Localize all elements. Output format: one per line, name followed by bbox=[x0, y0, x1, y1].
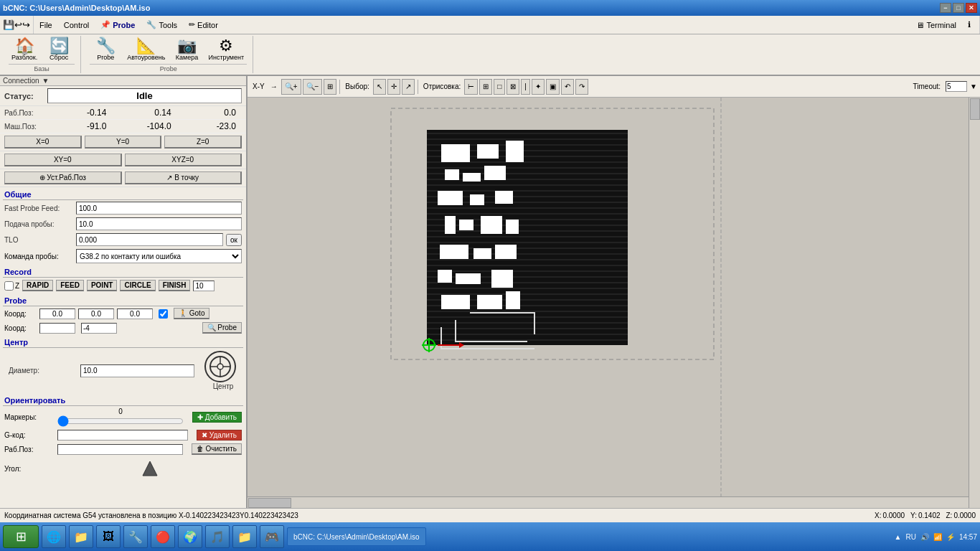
save-icon[interactable]: 💾 bbox=[3, 19, 14, 30]
clear-button[interactable]: 🗑 Очистить bbox=[192, 443, 242, 455]
cnc-canvas[interactable] bbox=[248, 98, 980, 508]
point-button[interactable]: POINT bbox=[87, 280, 118, 291]
sbros-button[interactable]: 🔄 Сброс bbox=[43, 37, 75, 62]
taskbar-settings[interactable]: 🔧 bbox=[123, 525, 148, 548]
minimize-button[interactable]: − bbox=[940, 3, 951, 13]
record-value-input[interactable] bbox=[193, 281, 215, 291]
menu-editor[interactable]: ✏ Editor bbox=[183, 16, 224, 34]
taskbar-up-icon[interactable]: ▲ bbox=[895, 533, 902, 541]
instrument-label: Инструмент bbox=[208, 54, 244, 61]
taskbar-media[interactable]: 🖼 bbox=[96, 525, 121, 548]
finish-button[interactable]: FINISH bbox=[159, 280, 191, 291]
draw-redo-button[interactable]: ↷ bbox=[575, 79, 588, 95]
z-checkbox-label: Z bbox=[4, 281, 19, 291]
vertical-scrollbar[interactable] bbox=[969, 98, 980, 508]
probe-label: Коорд: bbox=[4, 310, 37, 318]
draw-grid-button[interactable]: ⊞ bbox=[479, 79, 492, 95]
y-value: 0.1402 bbox=[918, 512, 941, 519]
active-window[interactable]: bCNC: C:\Users\Admin\Desktop\AM.iso bbox=[287, 527, 426, 546]
draw-vert-button[interactable]: | bbox=[521, 79, 530, 95]
maximize-button[interactable]: □ bbox=[953, 3, 964, 13]
fit-button[interactable]: ⊞ bbox=[324, 79, 336, 95]
probe-check-label bbox=[159, 309, 168, 319]
start-button[interactable]: ⊞ bbox=[3, 525, 39, 548]
autolevel-button[interactable]: 📐 Автоуровень bbox=[124, 37, 168, 62]
taskbar-browser[interactable]: 🌍 bbox=[178, 525, 202, 548]
taskbar-explorer[interactable]: 📁 bbox=[69, 525, 93, 548]
work-pos2-input[interactable] bbox=[57, 444, 183, 455]
taskbar-music[interactable]: 🎵 bbox=[205, 525, 230, 548]
sel-plus-button[interactable]: ✛ bbox=[387, 79, 400, 95]
x0-button[interactable]: X=0 bbox=[4, 136, 82, 149]
diameter-input[interactable] bbox=[80, 364, 194, 377]
fast-probe-input[interactable] bbox=[76, 202, 242, 215]
xyz0-button[interactable]: XYZ=0 bbox=[125, 154, 242, 166]
add-marker-button[interactable]: ✚ Добавить bbox=[192, 412, 242, 423]
razblok-button[interactable]: 🏠 Разблок. bbox=[9, 37, 40, 62]
goto-button[interactable]: 🚶 Goto bbox=[174, 308, 209, 319]
draw-line-button[interactable]: ⊢ bbox=[464, 79, 478, 95]
feed-button[interactable]: FEED bbox=[56, 280, 84, 291]
center-icon[interactable] bbox=[204, 351, 236, 382]
draw-box-button[interactable]: ▣ bbox=[546, 79, 560, 95]
menu-terminal[interactable]: 🖥 Terminal bbox=[910, 19, 962, 32]
coord-y-input[interactable] bbox=[81, 323, 117, 334]
taskbar-folder[interactable]: 📁 bbox=[232, 525, 257, 548]
taskbar-game[interactable]: 🎮 bbox=[260, 525, 284, 548]
zoom-in-button[interactable]: 🔍+ bbox=[281, 79, 301, 95]
draw-rect-button[interactable]: □ bbox=[494, 79, 505, 95]
menu-tools[interactable]: 🔧 Tools bbox=[141, 16, 183, 34]
probe-checkbox[interactable] bbox=[159, 309, 168, 319]
probe-cmd-select[interactable]: G38.2 по контакту или ошибка bbox=[76, 249, 242, 263]
close-button[interactable]: ✕ bbox=[966, 3, 977, 13]
delete-button[interactable]: ✖ Удалить bbox=[197, 430, 242, 441]
rapid-button[interactable]: RAPID bbox=[22, 280, 53, 291]
probe-feed-label: Подача пробы: bbox=[4, 220, 76, 228]
menu-file[interactable]: File bbox=[34, 16, 58, 34]
connection-bar[interactable]: Connection ▼ bbox=[0, 76, 246, 86]
circle-button[interactable]: CIRCLE bbox=[120, 280, 155, 291]
menu-terminal-extra[interactable]: ℹ bbox=[962, 18, 976, 32]
timeout-input[interactable] bbox=[946, 81, 967, 92]
set-pos-button[interactable]: ⊕ Уст.Раб.Поз bbox=[4, 171, 122, 184]
taskbar-skype[interactable]: 🔴 bbox=[151, 525, 175, 548]
probe-action-button[interactable]: 🔍 Probe bbox=[202, 322, 242, 334]
probe-feed-input[interactable] bbox=[76, 217, 242, 230]
sel-area-button[interactable]: ↗ bbox=[402, 79, 415, 95]
draw-undo-button[interactable]: ↶ bbox=[561, 79, 574, 95]
gcode-input[interactable] bbox=[57, 430, 188, 441]
taskbar-ie[interactable]: 🌐 bbox=[42, 525, 66, 548]
menu-control[interactable]: Control bbox=[58, 16, 95, 34]
markers-slider[interactable] bbox=[57, 415, 184, 427]
tlo-input[interactable] bbox=[76, 233, 223, 246]
instrument-button[interactable]: ⚙ Инструмент bbox=[205, 37, 247, 62]
camera-button[interactable]: 📷 Камера bbox=[171, 37, 202, 62]
coord-x-input[interactable] bbox=[39, 323, 75, 334]
z-checkbox[interactable] bbox=[4, 281, 14, 291]
tlo-ok-button[interactable]: ок bbox=[226, 234, 242, 246]
work-pos-label: Раб.Поз: bbox=[4, 109, 47, 117]
draw-star-button[interactable]: ✦ bbox=[532, 79, 545, 95]
scrollbar-h-thumb[interactable] bbox=[248, 498, 291, 508]
xy0-button[interactable]: XY=0 bbox=[4, 154, 122, 166]
y0-button[interactable]: Y=0 bbox=[85, 136, 162, 149]
z0-button[interactable]: Z=0 bbox=[164, 136, 242, 149]
probe-toolbar-button[interactable]: 🔧 Probe bbox=[90, 37, 121, 62]
probe-section-label: Probe bbox=[90, 64, 247, 72]
undo-icon[interactable]: ↩ bbox=[14, 19, 22, 30]
tlo-label: TLO bbox=[4, 236, 76, 244]
connection-arrow: ▼ bbox=[42, 77, 50, 85]
markers-slider-container: 0 bbox=[57, 408, 184, 427]
to-point-button[interactable]: ↗ В точку bbox=[125, 171, 242, 184]
timeout-arrow[interactable]: ▼ bbox=[970, 83, 977, 90]
redo-icon[interactable]: ↪ bbox=[22, 19, 30, 30]
scrollbar-v-thumb[interactable] bbox=[970, 98, 980, 120]
markers-value: 0 bbox=[57, 408, 184, 415]
horizontal-scrollbar[interactable] bbox=[248, 496, 969, 508]
selection-label: Выбор: bbox=[345, 83, 369, 90]
sel-arrow-button[interactable]: ↖ bbox=[373, 79, 386, 95]
menu-probe[interactable]: 📌 Probe bbox=[95, 16, 141, 34]
zoom-out-button[interactable]: 🔍− bbox=[303, 79, 323, 95]
canvas-area[interactable] bbox=[248, 98, 980, 508]
draw-cross-button[interactable]: ⊠ bbox=[507, 79, 519, 95]
